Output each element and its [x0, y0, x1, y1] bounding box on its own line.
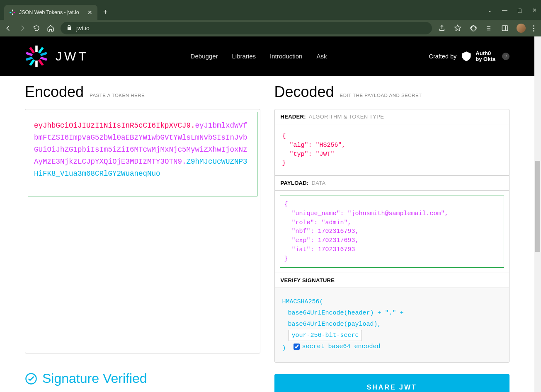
crafted-label: Crafted by: [429, 53, 456, 60]
decoded-subtitle: EDIT THE PAYLOAD AND SECRET: [340, 93, 422, 98]
logo-text: JWT: [56, 49, 89, 63]
encoded-column: Encoded PASTE A TOKEN HERE eyJhbGciOiJIU…: [25, 83, 260, 392]
url-text: jwt.io: [76, 25, 90, 31]
jwt-logo-icon: [25, 45, 48, 68]
svg-rect-13: [38, 59, 44, 65]
close-window-icon[interactable]: ✕: [532, 7, 537, 13]
browser-tab[interactable]: JSON Web Tokens - jwt.io ✕: [4, 5, 97, 20]
signature-section-body: HMACSHA256( base64UrlEncode(header) + ".…: [275, 288, 509, 362]
signature-status-label: Signature Verified: [42, 371, 147, 386]
lock-icon: [66, 25, 72, 32]
token-header-part: eyJhbGciOiJIUzI1NiIsInR5cCI6IkpXVCJ9: [34, 121, 191, 130]
browser-toolbar: jwt.io: [0, 20, 541, 36]
base64-checkbox-label[interactable]: secret base64 encoded: [294, 341, 381, 352]
svg-rect-7: [38, 47, 44, 53]
forward-button[interactable]: [18, 24, 27, 32]
brand-line1: Auth0: [475, 51, 495, 56]
svg-rect-2: [10, 12, 11, 13]
sig-line2: base64UrlEncode(header) + "." +: [282, 307, 502, 319]
share-icon[interactable]: [438, 24, 446, 32]
crafted-by: Crafted by Auth0 by Okta ?: [429, 51, 509, 62]
svg-rect-14: [29, 47, 35, 53]
svg-rect-0: [12, 10, 13, 11]
site-nav: Debugger Libraries Introduction Ask: [191, 53, 327, 60]
svg-rect-3: [14, 12, 15, 13]
nav-ask[interactable]: Ask: [316, 53, 327, 60]
maximize-icon[interactable]: ▢: [517, 7, 522, 13]
extensions-icon[interactable]: [469, 24, 478, 32]
help-icon[interactable]: ?: [502, 53, 509, 60]
secret-input[interactable]: [288, 330, 362, 341]
reload-button[interactable]: [32, 24, 41, 32]
svg-rect-11: [40, 56, 47, 60]
encoded-title: Encoded: [25, 83, 84, 101]
reading-list-icon[interactable]: [485, 24, 493, 32]
payload-section-header: PAYLOAD: DATA: [275, 175, 509, 191]
decoded-title: Decoded: [274, 83, 334, 101]
svg-rect-10: [26, 56, 33, 60]
svg-rect-5: [35, 45, 38, 52]
encoded-box: eyJhbGciOiJIUzI1NiIsInR5cCI6IkpXVCJ9.eyJ…: [25, 109, 260, 353]
svg-rect-4: [502, 26, 508, 31]
profile-avatar[interactable]: [517, 24, 526, 33]
minimize-icon[interactable]: —: [502, 7, 507, 13]
sig-closing: ): [282, 345, 286, 352]
signature-section-header: VERIFY SIGNATURE: [275, 273, 509, 288]
tab-favicon: [9, 9, 16, 16]
page-content: JWT Debugger Libraries Introduction Ask …: [0, 36, 534, 392]
base64-checkbox[interactable]: [294, 344, 300, 350]
page-scrollbar[interactable]: [534, 36, 541, 392]
header-section-header: HEADER: ALGORITHM & TOKEN TYPE: [275, 109, 509, 124]
tab-title: JSON Web Tokens - jwt.io: [19, 10, 84, 15]
back-button[interactable]: [4, 24, 12, 32]
decoded-column: Decoded EDIT THE PAYLOAD AND SECRET HEAD…: [274, 83, 510, 392]
home-button[interactable]: [46, 24, 55, 32]
sig-line1: HMACSHA256(: [282, 296, 502, 307]
new-tab-button[interactable]: +: [97, 8, 114, 17]
brand-line2: by Okta: [475, 56, 495, 62]
svg-rect-8: [29, 59, 35, 65]
encoded-subtitle: PASTE A TOKEN HERE: [90, 93, 145, 98]
site-logo[interactable]: JWT: [25, 45, 89, 68]
kebab-menu-icon[interactable]: [533, 25, 534, 31]
sig-line3: base64UrlEncode(payload),: [282, 319, 502, 330]
window-controls: ⌄ — ▢ ✕: [488, 0, 537, 20]
svg-rect-1: [12, 14, 13, 15]
scrollbar-thumb[interactable]: [535, 161, 540, 252]
nav-debugger[interactable]: Debugger: [191, 53, 218, 60]
encoded-token-input[interactable]: eyJhbGciOiJIUzI1NiIsInR5cCI6IkpXVCJ9.eyJ…: [28, 112, 257, 196]
decoded-box: HEADER: ALGORITHM & TOKEN TYPE { "alg": …: [274, 109, 510, 363]
tab-close-icon[interactable]: ✕: [87, 9, 92, 16]
url-bar[interactable]: jwt.io: [61, 22, 432, 34]
share-jwt-button[interactable]: SHARE JWT: [274, 374, 510, 392]
svg-rect-9: [40, 52, 47, 56]
chevron-down-icon[interactable]: ⌄: [488, 7, 492, 13]
svg-rect-6: [35, 60, 38, 67]
auth0-shield-icon: [461, 51, 472, 62]
brand-logo[interactable]: Auth0 by Okta: [461, 51, 495, 62]
header-section-body[interactable]: { "alg": "HS256", "typ": "JWT" }: [275, 124, 509, 175]
browser-titlebar: JSON Web Tokens - jwt.io ✕ + ⌄ — ▢ ✕: [0, 0, 541, 20]
payload-section-body[interactable]: { "unique_name": "johnsmith@samplemail.c…: [284, 200, 500, 263]
check-circle-icon: [25, 373, 37, 385]
nav-libraries[interactable]: Libraries: [232, 53, 256, 60]
bookmark-star-icon[interactable]: [454, 24, 462, 32]
signature-status: Signature Verified: [25, 371, 260, 386]
nav-introduction[interactable]: Introduction: [270, 53, 302, 60]
site-header: JWT Debugger Libraries Introduction Ask …: [0, 36, 534, 76]
side-panel-icon[interactable]: [501, 24, 509, 32]
svg-rect-12: [26, 52, 33, 56]
